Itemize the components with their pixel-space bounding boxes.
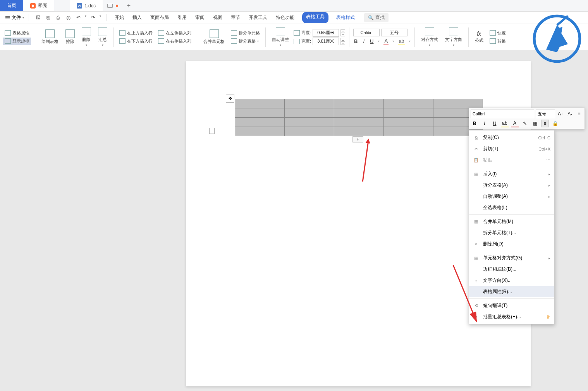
align-button[interactable]: 对齐方式▾: [419, 26, 440, 48]
mini-font-color-button[interactable]: A: [511, 120, 519, 127]
split-cells-button[interactable]: 拆分单元格: [229, 29, 261, 37]
save-as-button[interactable]: ⎘: [45, 14, 52, 21]
font-color-button[interactable]: A: [383, 37, 389, 45]
mini-font-select[interactable]: [471, 110, 534, 118]
insert-below-icon: [119, 38, 126, 44]
auto-adjust-button[interactable]: 自动调整▾: [270, 26, 291, 48]
grid-icon: [5, 38, 11, 44]
width-up[interactable]: ▴: [340, 38, 345, 41]
cm-phrase-translate[interactable]: ⟲ 短句翻译(T): [469, 300, 554, 311]
height-input[interactable]: [313, 29, 339, 37]
highlight-button[interactable]: ab: [398, 37, 405, 45]
tab-page-layout[interactable]: 页面布局: [150, 12, 170, 23]
tab-start[interactable]: 开始: [114, 12, 125, 23]
cm-border-shading[interactable]: 边框和底纹(B)...: [469, 264, 554, 275]
split-table-button[interactable]: 拆分表格▾: [229, 38, 261, 45]
mini-format-painter-button[interactable]: ✎: [521, 120, 529, 127]
font-size-select[interactable]: [381, 29, 407, 36]
height-up[interactable]: ▴: [340, 29, 345, 33]
tab-view[interactable]: 视图: [212, 12, 223, 23]
cm-auto-adjust[interactable]: 自动调整(A) ▸: [469, 191, 554, 202]
quick-button[interactable]: 快速: [488, 29, 507, 37]
mini-highlight-button[interactable]: ab: [501, 120, 509, 127]
width-input[interactable]: [313, 38, 339, 45]
height-down[interactable]: ▾: [340, 33, 345, 36]
insert-row-above-button[interactable]: 在上方插入行: [118, 29, 154, 37]
text-direction-button[interactable]: 文字方向▾: [443, 26, 464, 48]
file-menu[interactable]: 文件 ▾: [3, 13, 26, 22]
tab-document-label: 1.doc: [84, 3, 96, 9]
cm-cell-align[interactable]: ▦ 单元格对齐方式(G) ▸: [469, 252, 554, 264]
tab-review[interactable]: 审阅: [194, 12, 205, 23]
quick-icon: [490, 30, 496, 36]
cm-insert[interactable]: ▦ 插入(I) ▸: [469, 168, 554, 180]
add-row-button[interactable]: +: [352, 136, 363, 142]
tab-docer[interactable]: ◆ 稻壳: [23, 0, 54, 11]
cm-cut[interactable]: ✂ 剪切(T) Ctrl+X: [469, 143, 554, 154]
cm-copy[interactable]: ⎘ 复制(C) Ctrl+C: [469, 132, 554, 143]
convert-button[interactable]: 转换: [488, 38, 507, 45]
cm-select-all-table[interactable]: 全选表格(L): [469, 202, 554, 213]
cm-split-cells[interactable]: 拆分单元格(T)...: [469, 227, 554, 238]
draw-table-button[interactable]: 绘制表格: [39, 28, 61, 46]
docer-icon: ◆: [30, 3, 36, 9]
print-button[interactable]: ⎙: [55, 14, 62, 21]
add-tab-button[interactable]: +: [123, 0, 134, 11]
width-down[interactable]: ▾: [340, 41, 345, 45]
cm-merge-cells[interactable]: ▦ 合并单元格(M): [469, 216, 554, 227]
redo-button[interactable]: ↷: [89, 14, 96, 21]
table-move-handle[interactable]: ✥: [226, 94, 234, 103]
increase-font-button[interactable]: A+: [557, 110, 564, 118]
tab-table-style[interactable]: 表格样式: [335, 12, 356, 23]
cm-delete-col[interactable]: ⨯ 删除列(D): [469, 238, 554, 250]
italic-button[interactable]: I: [362, 38, 365, 45]
merge-cells-icon: ▦: [473, 219, 479, 225]
mini-border-button[interactable]: ▦: [531, 120, 539, 127]
merge-cells-button[interactable]: 合并单元格: [201, 28, 227, 46]
cm-table-properties[interactable]: 表格属性(R)...: [469, 286, 554, 297]
tab-insert[interactable]: 插入: [132, 12, 143, 23]
print-preview-button[interactable]: ◎: [65, 14, 72, 21]
tab-table-tools[interactable]: 表格工具: [302, 12, 328, 23]
insert-col-left-button[interactable]: 在左侧插入列: [156, 29, 193, 37]
font-name-select[interactable]: [353, 29, 380, 36]
table-properties-button[interactable]: 表格属性: [3, 29, 31, 37]
mini-size-select[interactable]: [536, 110, 555, 118]
document-table[interactable]: [235, 99, 483, 136]
summary-button[interactable]: 汇总▾: [96, 26, 110, 48]
decrease-font-button[interactable]: A-: [566, 110, 574, 118]
search-input[interactable]: 🔍 查找: [364, 13, 389, 22]
show-gridlines-button[interactable]: 显示虚框: [3, 38, 31, 45]
tab-home[interactable]: 首页: [0, 0, 23, 11]
undo-button[interactable]: ↶: [75, 14, 82, 21]
mini-bold-button[interactable]: B: [471, 120, 478, 127]
redo-dropdown-icon[interactable]: ▾: [100, 14, 101, 21]
tab-reference[interactable]: 引用: [177, 12, 187, 23]
mini-underline-button[interactable]: U: [491, 120, 499, 127]
save-button[interactable]: 🖫: [34, 14, 41, 21]
table-props-icon: [5, 30, 11, 36]
insert-col-right-button[interactable]: 在右侧插入列: [156, 38, 193, 45]
tab-dev-tools[interactable]: 开发工具: [248, 12, 268, 23]
mini-italic-button[interactable]: I: [481, 120, 488, 127]
underline-button[interactable]: U: [369, 38, 374, 45]
document-canvas: ✥ + A+ A- ≡ B I U ab A ✎ ▦ ≡ 🔒: [0, 50, 588, 391]
cm-split-table[interactable]: 拆分表格(A) ▸: [469, 180, 554, 191]
chevron-right-icon: ▸: [548, 195, 550, 199]
mini-align-button[interactable]: ≡: [541, 120, 549, 127]
cm-text-direction[interactable]: ↕ 文字方向(X)...: [469, 275, 554, 286]
tab-section[interactable]: 章节: [230, 12, 241, 23]
cell-align-icon: ▦: [473, 256, 479, 261]
line-spacing-button[interactable]: ≡: [575, 110, 583, 118]
tab-document[interactable]: W 1.doc: [70, 0, 103, 11]
insert-row-below-button[interactable]: 在下方插入行: [118, 38, 154, 45]
eraser-button[interactable]: 擦除: [63, 28, 77, 46]
bold-button[interactable]: B: [353, 38, 358, 45]
draw-table-icon: [45, 29, 55, 38]
undo-dropdown-icon[interactable]: ▾: [85, 14, 86, 21]
mini-lock-button[interactable]: 🔒: [551, 120, 559, 127]
formula-button[interactable]: fx公式: [473, 29, 486, 45]
tab-special[interactable]: 特色功能: [275, 12, 295, 23]
delete-button[interactable]: 删除▾: [79, 26, 93, 48]
cm-batch-summary[interactable]: ≡ 批量汇总表格(E)... ♛: [469, 311, 554, 322]
